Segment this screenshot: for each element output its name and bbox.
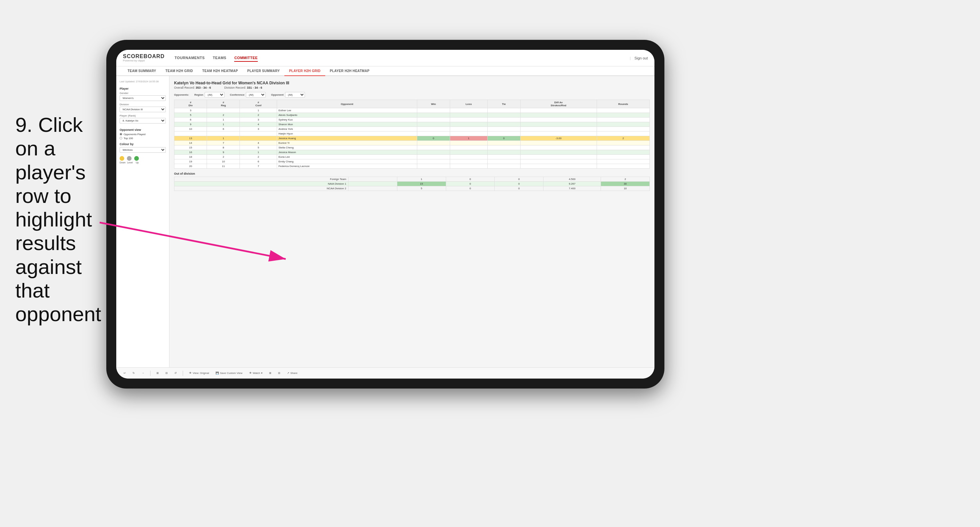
table-row[interactable]: 613Sydney Kuo — [174, 117, 650, 122]
division-select[interactable]: NCAA Division III — [119, 106, 166, 112]
refresh-button[interactable]: ↺ — [172, 371, 179, 375]
ood-rounds-foreign: 2 — [601, 177, 650, 182]
gender-label: Gender — [119, 92, 166, 95]
region-filter: Region (All) — [194, 92, 224, 98]
save-icon: 💾 — [216, 371, 219, 375]
division-record: Division Record: 331 - 34 - 6 — [224, 86, 262, 89]
share-icon: ↗ — [287, 371, 290, 375]
sub-nav-player-summary[interactable]: PLAYER SUMMARY — [242, 67, 284, 75]
forward-button[interactable]: → — [140, 371, 146, 375]
ood-row-ncaa2[interactable]: NCAA Division 2 5 0 0 7.400 10 — [174, 186, 650, 191]
opponents-label-group: Opponents: — [174, 93, 189, 96]
ood-diff-foreign: 4.500 — [544, 177, 601, 182]
dot-up — [134, 156, 139, 161]
toolbar-divider-1 — [150, 371, 151, 376]
ood-win-naia1: 15 — [397, 182, 446, 186]
opponent-select[interactable]: (All) — [285, 92, 305, 98]
table-row[interactable]: 522Alexis Sudjianto — [174, 113, 650, 117]
table-row[interactable]: 914Sharon Mun — [174, 122, 650, 127]
table-row[interactable]: 1691Jessica Mason — [174, 150, 650, 155]
region-select[interactable]: (All) — [205, 92, 224, 98]
th-conf: #Conf — [240, 100, 277, 108]
table-row[interactable]: 1822Euna Lee — [174, 155, 650, 159]
nav-committee[interactable]: COMMITTEE — [234, 54, 258, 62]
colour-by: Colour by Win/loss Down Level Up — [119, 143, 166, 164]
th-div: #Div — [174, 100, 207, 108]
legend-dots — [119, 156, 166, 161]
sub-nav-player-h2h-heatmap[interactable]: PLAYER H2H HEATMAP — [325, 67, 374, 75]
share-button[interactable]: ↗ Share — [285, 371, 299, 375]
content-area: Katelyn Vo Head-to-Head Grid for Women's… — [169, 76, 654, 367]
conference-select[interactable]: (All) — [246, 92, 266, 98]
filter-row: Opponents: Region (All) Conference (All) — [174, 92, 650, 98]
ood-row-foreign[interactable]: Foreign Team 1 0 0 4.500 2 — [174, 177, 650, 182]
table-row[interactable]: 31Esther Lee — [174, 108, 650, 113]
table-row[interactable]: Haejin Hyun — [174, 132, 650, 136]
h2h-table: #Div #Reg #Conf Opponent Win Loss Tie Di… — [174, 100, 650, 169]
ood-diff-ncaa2: 7.400 — [544, 186, 601, 191]
legend-up-label: Up — [134, 161, 140, 164]
copy-button[interactable]: ⊞ — [154, 371, 161, 375]
table-row[interactable]: 1585Stella Cheng — [174, 146, 650, 150]
conference-filter: Conference (All) — [230, 92, 266, 98]
undo-button[interactable]: ↩ — [122, 371, 128, 375]
eye-icon: 👁 — [189, 371, 192, 375]
ood-loss-foreign: 0 — [446, 177, 495, 182]
table-row[interactable]: 131Jessica Huang010-3.002 — [174, 136, 650, 141]
save-custom-view-button[interactable]: 💾 Save Custom View — [213, 371, 244, 375]
nav-teams[interactable]: TEAMS — [213, 54, 226, 62]
view-original-button[interactable]: 👁 View: Original — [187, 371, 211, 375]
legend-down-label: Down — [119, 161, 126, 164]
ood-win-foreign: 1 — [397, 177, 446, 182]
paste-button[interactable]: ⊟ — [164, 371, 170, 375]
radio-dot-opponents — [119, 133, 122, 135]
radio-top100[interactable]: Top 100 — [119, 137, 166, 140]
toolbar-divider-2 — [183, 371, 183, 376]
last-updated: Last Updated: 27/03/2024 16:55:38 — [119, 80, 166, 84]
ood-rounds-naia1: 30 — [601, 182, 650, 186]
nav-tournaments[interactable]: TOURNAMENTS — [175, 54, 205, 62]
sub-nav-team-h2h-grid[interactable]: TEAM H2H GRID — [161, 67, 198, 75]
table-row[interactable]: 19106Emily Chang — [174, 159, 650, 164]
watch-button[interactable]: 👁 Watch ▾ — [247, 371, 264, 375]
grid-records: Overall Record: 353 - 34 - 6 Division Re… — [174, 86, 650, 89]
opponent-view: Opponent view Opponents Played Top 100 — [119, 128, 166, 140]
overall-record: Overall Record: 353 - 34 - 6 — [174, 86, 211, 89]
table-row[interactable]: 20117Federica Domecq Lacroze — [174, 164, 650, 169]
logo: SCOREBOARD — [123, 54, 165, 59]
division-label: Division — [119, 103, 166, 106]
table-row[interactable]: 1474Eunice Yi — [174, 141, 650, 146]
sub-nav-team-h2h-heatmap[interactable]: TEAM H2H HEATMAP — [198, 67, 242, 75]
opponent-view-title: Opponent view — [119, 128, 166, 132]
player-rank-select[interactable]: 8. Katelyn Vo — [119, 118, 166, 124]
main-content: Last Updated: 27/03/2024 16:55:38 Player… — [116, 76, 654, 367]
ood-section-header: Out of division — [174, 172, 650, 175]
ood-col1-ncaa2 — [348, 186, 397, 191]
redo-button[interactable]: ↻ — [130, 371, 137, 375]
gender-select[interactable]: Women's — [119, 95, 166, 101]
legend-level-label: Level — [127, 161, 133, 164]
sub-nav-player-h2h-grid[interactable]: PLAYER H2H GRID — [284, 67, 325, 76]
ood-tie-foreign: 0 — [495, 177, 544, 182]
sub-nav-team-summary[interactable]: TEAM SUMMARY — [123, 67, 161, 75]
opponent-filter: Opponent (All) — [271, 92, 305, 98]
ood-tie-naia1: 0 — [495, 182, 544, 186]
th-opponent: Opponent — [277, 100, 417, 108]
th-win: Win — [417, 100, 450, 108]
grid-button[interactable]: ⊟ — [276, 371, 282, 375]
ood-loss-naia1: 0 — [446, 182, 495, 186]
sign-out-button[interactable]: Sign out — [635, 56, 648, 60]
ood-row-naia1[interactable]: NAIA Division 1 15 0 0 9.267 30 — [174, 182, 650, 186]
dot-level — [127, 156, 132, 161]
ood-diff-naia1: 9.267 — [544, 182, 601, 186]
watch-chevron: ▾ — [261, 371, 262, 375]
watch-icon: 👁 — [249, 371, 252, 375]
radio-opponents-played[interactable]: Opponents Played — [119, 133, 166, 136]
table-row[interactable]: 1063Andrea York — [174, 127, 650, 132]
colour-by-select[interactable]: Win/loss — [119, 147, 166, 153]
th-rounds: Rounds — [597, 100, 649, 108]
th-diff: Diff AvStrokes/Rnd — [520, 100, 597, 108]
ood-col1-foreign — [348, 177, 397, 182]
zoom-button[interactable]: ⊞ — [267, 371, 274, 375]
tablet-screen: SCOREBOARD Powered by clippd TOURNAMENTS… — [116, 50, 654, 379]
